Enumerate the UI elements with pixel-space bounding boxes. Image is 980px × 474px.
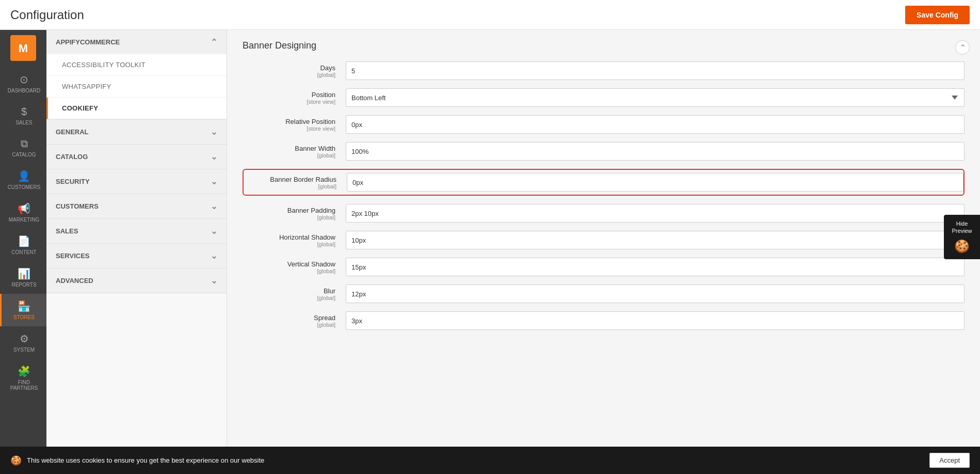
sublabel-relative-position: [store view] bbox=[243, 125, 335, 132]
label-relative-position: Relative Position bbox=[243, 118, 335, 125]
left-panel: APPIFYCOMMERCE ⌃ ACCESSIBILITY TOOLKIT W… bbox=[46, 30, 227, 447]
chevron-down-icon-advanced: ⌄ bbox=[211, 276, 217, 286]
chevron-down-icon-catalog: ⌄ bbox=[211, 152, 217, 162]
chevron-down-icon-customers: ⌄ bbox=[211, 201, 217, 211]
input-relative-position[interactable] bbox=[346, 115, 965, 134]
sublabel-horizontal-shadow: [global] bbox=[243, 241, 335, 247]
find-partners-icon: 🧩 bbox=[18, 365, 30, 377]
label-position: Position bbox=[243, 91, 335, 99]
stores-icon: 🏪 bbox=[18, 300, 30, 312]
sublabel-vertical-shadow: [global] bbox=[243, 268, 335, 274]
label-horizontal-shadow: Horizontal Shadow bbox=[243, 233, 335, 241]
form-row-spread: Spread [global] bbox=[243, 311, 965, 330]
sublabel-position: [store view] bbox=[243, 99, 335, 105]
select-position[interactable]: Bottom Left Bottom Right Top Left Top Ri… bbox=[346, 88, 965, 107]
sidebar-item-dashboard[interactable]: ⊙ DASHBOARD bbox=[0, 67, 46, 100]
menu-section-general: GENERAL ⌄ bbox=[46, 120, 227, 145]
label-banner-padding: Banner Padding bbox=[243, 207, 335, 214]
sidebar-item-catalog[interactable]: ⧉ CATALOG bbox=[0, 132, 46, 164]
form-row-banner-width: Banner Width [global] bbox=[243, 142, 965, 161]
content-icon: 📄 bbox=[18, 235, 30, 247]
chevron-down-icon-security: ⌄ bbox=[211, 177, 217, 186]
menu-item-cookiefy[interactable]: Cookiefy bbox=[46, 98, 227, 119]
section-title: Banner Designing bbox=[243, 40, 965, 51]
menu-section-security: SECURITY ⌄ bbox=[46, 169, 227, 194]
label-days: Days bbox=[243, 64, 335, 72]
menu-section-header-customers[interactable]: CUSTOMERS ⌄ bbox=[46, 194, 227, 218]
sublabel-spread: [global] bbox=[243, 322, 335, 328]
form-row-days: Days [global] bbox=[243, 61, 965, 80]
collapse-icon[interactable]: ⌃ bbox=[955, 40, 970, 55]
content-area: ⌃ Banner Designing Days [global] Positio… bbox=[227, 30, 980, 447]
sidebar-item-reports[interactable]: 📊 REPORTS bbox=[0, 261, 46, 294]
sidebar-item-find-partners[interactable]: 🧩 FIND PARTNERS bbox=[0, 359, 46, 397]
menu-section-header-security[interactable]: SECURITY ⌄ bbox=[46, 169, 227, 194]
cookie-banner: 🍪 This website uses cookies to ensure yo… bbox=[0, 447, 980, 474]
cookie-message: This website uses cookies to ensure you … bbox=[27, 456, 264, 464]
sidebar-item-content[interactable]: 📄 CONTENT bbox=[0, 229, 46, 261]
customers-icon: 👤 bbox=[18, 170, 30, 182]
menu-section-customers: CUSTOMERS ⌄ bbox=[46, 194, 227, 219]
menu-section-catalog: CATALOG ⌄ bbox=[46, 145, 227, 169]
form-row-banner-padding: Banner Padding [global] bbox=[243, 204, 965, 223]
sublabel-banner-width: [global] bbox=[243, 152, 335, 159]
label-blur: Blur bbox=[243, 287, 335, 295]
input-banner-border-radius[interactable] bbox=[347, 173, 963, 192]
sublabel-days: [global] bbox=[243, 72, 335, 78]
cookie-accept-button[interactable]: Accept bbox=[929, 453, 970, 468]
save-config-button[interactable]: Save Config bbox=[905, 6, 970, 24]
form-row-relative-position: Relative Position [store view] bbox=[243, 115, 965, 134]
form-row-horizontal-shadow: Horizontal Shadow [global] bbox=[243, 231, 965, 249]
hide-preview-panel[interactable]: Hide Preview 🍪 bbox=[944, 215, 980, 259]
menu-item-whatsappify[interactable]: WHATSAPPIFY bbox=[46, 76, 227, 98]
main-layout: M ⊙ DASHBOARD $ SALES ⧉ CATALOG 👤 CUSTOM… bbox=[0, 30, 980, 447]
sidebar-item-system[interactable]: ⚙ SYSTEM bbox=[0, 326, 46, 359]
sidebar-logo[interactable]: M bbox=[10, 35, 36, 63]
sidebar-item-stores[interactable]: 🏪 STORES bbox=[0, 294, 46, 326]
input-banner-padding[interactable] bbox=[346, 204, 965, 223]
menu-section-sales: SALES ⌄ bbox=[46, 219, 227, 244]
catalog-icon: ⧉ bbox=[21, 138, 28, 150]
input-vertical-shadow[interactable] bbox=[346, 258, 965, 276]
chevron-down-icon-general: ⌄ bbox=[211, 127, 217, 137]
reports-icon: 📊 bbox=[18, 267, 30, 280]
label-banner-border-radius: Banner Border Radius bbox=[244, 176, 336, 183]
hide-preview-label: Hide Preview bbox=[948, 220, 976, 235]
svg-text:M: M bbox=[19, 42, 28, 55]
menu-section-header-services[interactable]: SERVICES ⌄ bbox=[46, 244, 227, 268]
dashboard-icon: ⊙ bbox=[20, 73, 28, 86]
form-row-blur: Blur [global] bbox=[243, 285, 965, 303]
input-horizontal-shadow[interactable] bbox=[346, 231, 965, 249]
page-title: Configuration bbox=[10, 8, 84, 22]
menu-section-header-catalog[interactable]: CATALOG ⌄ bbox=[46, 145, 227, 169]
input-days[interactable] bbox=[346, 61, 965, 80]
sidebar-item-customers[interactable]: 👤 CUSTOMERS bbox=[0, 164, 46, 196]
sublabel-blur: [global] bbox=[243, 295, 335, 301]
menu-section-header-advanced[interactable]: ADVANCED ⌄ bbox=[46, 268, 227, 293]
menu-section-appifycommerce: APPIFYCOMMERCE ⌃ ACCESSIBILITY TOOLKIT W… bbox=[46, 30, 227, 120]
sidebar: M ⊙ DASHBOARD $ SALES ⧉ CATALOG 👤 CUSTOM… bbox=[0, 30, 46, 447]
input-banner-width[interactable] bbox=[346, 142, 965, 161]
menu-section-advanced: ADVANCED ⌄ bbox=[46, 268, 227, 293]
chevron-up-icon: ⌃ bbox=[211, 37, 217, 47]
cookie-preview-icon: 🍪 bbox=[948, 238, 976, 254]
label-banner-width: Banner Width bbox=[243, 145, 335, 152]
marketing-icon: 📢 bbox=[18, 202, 30, 215]
highlighted-banner-border-radius: Banner Border Radius [global] bbox=[243, 169, 965, 196]
input-blur[interactable] bbox=[346, 285, 965, 303]
sidebar-item-sales[interactable]: $ SALES bbox=[0, 100, 46, 132]
menu-section-header-appifycommerce[interactable]: APPIFYCOMMERCE ⌃ bbox=[46, 30, 227, 54]
chevron-down-icon-services: ⌄ bbox=[211, 251, 217, 261]
label-spread: Spread bbox=[243, 314, 335, 322]
menu-section-header-sales[interactable]: SALES ⌄ bbox=[46, 219, 227, 243]
menu-section-services: SERVICES ⌄ bbox=[46, 244, 227, 268]
menu-item-accessibility-toolkit[interactable]: ACCESSIBILITY TOOLKIT bbox=[46, 54, 227, 76]
sidebar-item-marketing[interactable]: 📢 MARKETING bbox=[0, 196, 46, 229]
menu-section-header-general[interactable]: GENERAL ⌄ bbox=[46, 120, 227, 144]
form-row-banner-border-radius: Banner Border Radius [global] bbox=[244, 173, 963, 192]
top-header: Configuration Save Config bbox=[0, 0, 980, 30]
input-spread[interactable] bbox=[346, 311, 965, 330]
sales-icon: $ bbox=[21, 106, 27, 118]
sublabel-banner-border-radius: [global] bbox=[244, 183, 336, 189]
form-row-vertical-shadow: Vertical Shadow [global] bbox=[243, 258, 965, 276]
